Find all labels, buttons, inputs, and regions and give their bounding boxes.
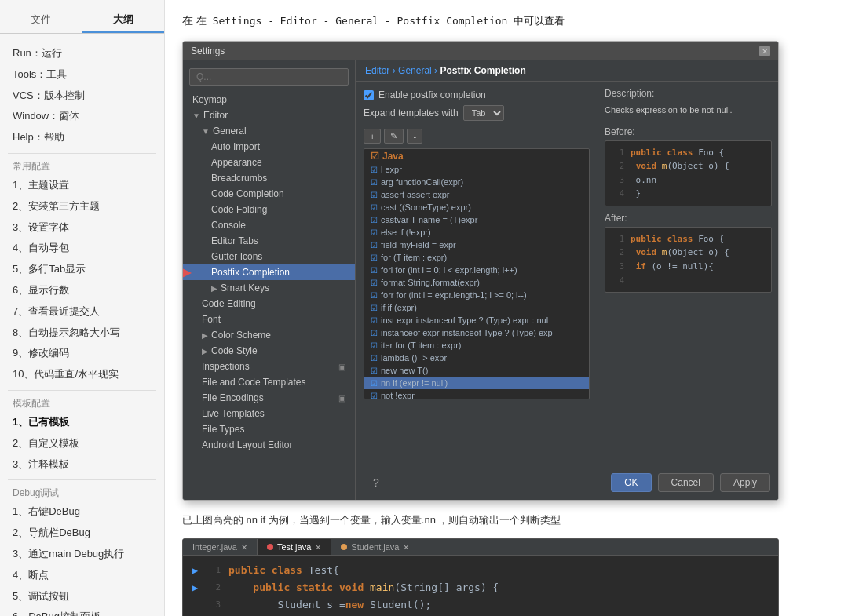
sidebar-item-debug-buttons[interactable]: 5、调试按钮	[8, 586, 156, 607]
sidebar-item-custom-template[interactable]: 2、自定义模板	[8, 433, 156, 454]
tab-files[interactable]: 文件	[0, 8, 82, 33]
template-fori[interactable]: ☑ fori for (int i = 0; i < expr.length; …	[364, 264, 589, 276]
dialog-close-button[interactable]: ✕	[759, 46, 770, 56]
tree-item-code-style[interactable]: ▶ Code Style	[183, 343, 355, 359]
tree-item-code-folding[interactable]: Code Folding	[183, 202, 355, 217]
check-if: ☑	[371, 304, 378, 312]
sidebar-item-run[interactable]: Run：运行	[8, 43, 156, 64]
sidebar-item-debug-breakpoint[interactable]: 4、断点	[8, 565, 156, 586]
edit-button[interactable]: ✎	[384, 129, 404, 144]
java-section[interactable]: ☑ Java	[364, 149, 589, 163]
template-iter[interactable]: ☑ iter for (T item : expr)	[364, 339, 589, 352]
check-format: ☑	[371, 279, 378, 287]
delete-button[interactable]: -	[407, 129, 422, 144]
template-assert[interactable]: ☑ assert assert expr	[364, 188, 589, 201]
tree-item-postfix-completion[interactable]: Postfix Completion	[183, 264, 355, 280]
tree-item-keymap[interactable]: Keymap	[183, 92, 355, 108]
tab-test-label: Test.java	[277, 542, 311, 552]
tree-item-code-completion[interactable]: Code Completion	[183, 186, 355, 202]
template-new[interactable]: ☑ new new T()	[364, 364, 589, 377]
sidebar-item-third-theme[interactable]: 2、安装第三方主题	[8, 196, 156, 217]
template-if[interactable]: ☑ if if (expr)	[364, 301, 589, 314]
sidebar-item-tools[interactable]: Tools：工具	[8, 64, 156, 86]
template-instanceof[interactable]: ☑ instanceof expr instanceof Type ? (Typ…	[364, 326, 589, 339]
tree-item-code-editing[interactable]: Code Editing	[183, 296, 355, 312]
after-line-2: 2 void m(Object o) {	[612, 246, 765, 260]
template-arg[interactable]: ☑ arg functionCall(expr)	[364, 176, 589, 188]
sidebar-item-existing-template[interactable]: 1、已有模板	[8, 412, 156, 433]
tree-item-color-scheme[interactable]: ▶ Color Scheme	[183, 327, 355, 343]
template-format[interactable]: ☑ format String.format(expr)	[364, 276, 589, 289]
tree-item-appearance[interactable]: Appearance	[183, 155, 355, 170]
expand-select[interactable]: Tab	[463, 105, 504, 121]
tab-test-java[interactable]: Test.java ✕	[258, 539, 331, 555]
tree-item-gutter-icons[interactable]: Gutter Icons	[183, 249, 355, 264]
tree-item-file-types[interactable]: File Types	[183, 421, 355, 437]
before-line-1: 1public class Foo {	[612, 146, 765, 160]
template-else[interactable]: ☑ else if (!expr)	[364, 226, 589, 239]
template-inst[interactable]: ☑ inst expr instanceof Type ? (Type) exp…	[364, 314, 589, 326]
tab-close-0[interactable]: ✕	[241, 543, 247, 552]
tree-item-inspections[interactable]: Inspections ▣	[183, 359, 355, 374]
tree-item-general[interactable]: ▼ General	[183, 123, 355, 139]
template-castvar[interactable]: ☑ castvar T name = (T)expr	[364, 213, 589, 226]
template-cast[interactable]: ☑ cast ((SomeType) expr)	[364, 201, 589, 213]
tree-item-font[interactable]: Font	[183, 312, 355, 327]
name-l: l expr	[381, 165, 402, 174]
template-field[interactable]: ☑ field myField = expr	[364, 239, 589, 251]
sidebar-item-case-insensitive[interactable]: 8、自动提示忽略大小写	[8, 323, 156, 344]
sidebar-item-show-line[interactable]: 6、显示行数	[8, 280, 156, 301]
sidebar-item-encoding[interactable]: 9、修改编码	[8, 343, 156, 364]
template-not[interactable]: ☑ not !expr	[364, 389, 589, 399]
enable-postfix-checkbox[interactable]	[364, 90, 374, 100]
tab-close-2[interactable]: ✕	[403, 543, 409, 552]
code-params-2: (String[] args) {	[394, 579, 499, 596]
settings-search-input[interactable]	[189, 68, 349, 86]
tree-item-breadcrumbs[interactable]: Breadcrumbs	[183, 170, 355, 186]
tree-item-smart-keys[interactable]: ▶ Smart Keys	[183, 280, 355, 296]
before-code: 1public class Foo { 2 void m(Object o) {…	[605, 140, 772, 206]
sidebar-item-font[interactable]: 3、设置字体	[8, 217, 156, 239]
tree-item-editor-tabs[interactable]: Editor Tabs	[183, 233, 355, 249]
template-for[interactable]: ☑ for (T item : expr)	[364, 251, 589, 264]
tab-dot-orange	[341, 544, 347, 550]
template-lambda[interactable]: ☑ lambda () -> expr	[364, 352, 589, 364]
sidebar-item-window[interactable]: Window：窗体	[8, 106, 156, 127]
apply-button[interactable]: Apply	[720, 473, 770, 492]
tree-item-android-layout[interactable]: Android Layout Editor	[183, 437, 355, 453]
help-icon[interactable]: ?	[364, 470, 389, 495]
sidebar-item-multitab[interactable]: 5、多行Tab显示	[8, 259, 156, 280]
add-button[interactable]: +	[364, 129, 381, 144]
tab-student-java[interactable]: Student.java ✕	[331, 539, 419, 555]
cancel-button[interactable]: Cancel	[658, 473, 714, 492]
tree-item-live-templates[interactable]: Live Templates	[183, 406, 355, 421]
sidebar-item-last-commit[interactable]: 7、查看最近提交人	[8, 301, 156, 323]
tree-item-editor[interactable]: ▼ Editor	[183, 108, 355, 123]
sidebar-item-theme[interactable]: 1、主题设置	[8, 175, 156, 196]
check-l: ☑	[371, 166, 378, 174]
tree-item-file-encodings[interactable]: File Encodings ▣	[183, 390, 355, 406]
sidebar-item-auto-import[interactable]: 4、自动导包	[8, 238, 156, 259]
code-panel: Integer.java ✕ Test.java ✕ Student.java …	[182, 538, 779, 616]
template-l[interactable]: ☑ l expr	[364, 163, 589, 176]
ok-button[interactable]: OK	[611, 473, 651, 492]
tab-outline[interactable]: 大纲	[82, 8, 165, 33]
sidebar-item-comment-template[interactable]: 3、注释模板	[8, 454, 156, 476]
sidebar-item-debug-rightclick[interactable]: 1、右键DeBug	[8, 501, 156, 523]
tree-arrow-color-scheme: ▶	[202, 331, 208, 340]
template-nn[interactable]: ☑ nn if (expr != null)	[364, 377, 589, 389]
sidebar-item-vcs[interactable]: VCS：版本控制	[8, 86, 156, 107]
sidebar-item-debug-nav[interactable]: 2、导航栏DeBug	[8, 523, 156, 544]
sidebar-item-help[interactable]: Help：帮助	[8, 127, 156, 148]
sidebar-item-vertical[interactable]: 10、代码垂直/水平现实	[8, 364, 156, 385]
tree-item-auto-import[interactable]: Auto Import	[183, 139, 355, 155]
tree-item-console[interactable]: Console	[183, 217, 355, 233]
tab-integer-java[interactable]: Integer.java ✕	[183, 539, 258, 555]
sidebar-item-debug-main[interactable]: 3、通过main Debug执行	[8, 544, 156, 565]
desc-text: Checks expression to be not-null.	[605, 104, 772, 117]
tab-close-1[interactable]: ✕	[315, 543, 321, 552]
template-forr[interactable]: ☑ forr for (int i = expr.length-1; i >= …	[364, 289, 589, 301]
check-fori: ☑	[371, 266, 378, 275]
sidebar-item-debug-panel[interactable]: 6、DeBug控制面板	[8, 607, 156, 616]
tree-item-file-templates[interactable]: File and Code Templates	[183, 374, 355, 390]
